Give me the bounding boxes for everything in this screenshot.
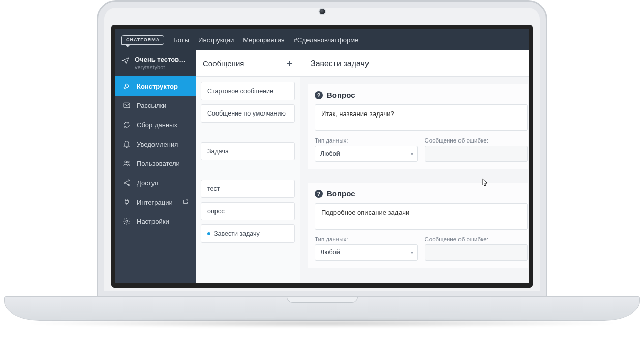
message-start[interactable]: Стартовое сообщение	[201, 82, 295, 100]
sidebar-item-label: Рассылки	[137, 102, 166, 109]
list-gap	[201, 164, 295, 176]
laptop-frame: CHATFORMA Боты Инструкции Мероприятия #С…	[0, 0, 644, 341]
message-label: тест	[207, 185, 220, 192]
sidebar-item-label: Пользователи	[137, 160, 180, 167]
nav-made-with[interactable]: #Сделановчатформе	[294, 36, 359, 44]
sidebar-item-broadcasts[interactable]: Рассылки	[115, 96, 196, 115]
bell-icon	[122, 140, 131, 148]
add-message-button[interactable]: +	[286, 58, 293, 69]
svg-point-6	[126, 220, 128, 222]
message-label: Сообщение по умолчанию	[207, 110, 286, 117]
sidebar-item-data[interactable]: Сбор данных	[115, 115, 196, 134]
bot-text: Очень тестовый … verytastybot	[135, 55, 190, 70]
sidebar-item-label: Интеграции	[137, 198, 173, 206]
message-label: опрос	[207, 208, 225, 215]
question-panel-1: ? Вопрос Тип данных: Любой	[308, 84, 528, 169]
bot-selector[interactable]: Очень тестовый … verytastybot	[115, 50, 196, 76]
messages-header: Сообщения +	[196, 50, 300, 77]
sidebar-item-label: Доступ	[137, 179, 158, 187]
bot-title: Очень тестовый …	[135, 55, 190, 63]
nav-bots[interactable]: Боты	[173, 36, 189, 44]
sidebar-menu: Конструктор Рассылки Сбор данных	[115, 76, 196, 231]
paper-plane-icon	[121, 56, 130, 66]
refresh-icon	[122, 121, 131, 129]
panel-head: ? Вопрос	[315, 189, 528, 198]
message-default[interactable]: Сообщение по умолчанию	[201, 104, 295, 123]
list-gap	[201, 127, 295, 138]
svg-point-4	[128, 180, 130, 181]
active-dot-icon	[207, 232, 210, 235]
message-test[interactable]: тест	[201, 180, 295, 198]
error-label: Сообщение об ошибке:	[425, 137, 528, 144]
panel-head: ? Вопрос	[315, 91, 528, 99]
panel-heading: Вопрос	[327, 91, 355, 99]
question-text-input[interactable]	[315, 104, 528, 131]
topbar: CHATFORMA Боты Инструкции Мероприятия #С…	[115, 29, 529, 50]
type-select[interactable]: Любой ▾	[315, 244, 418, 261]
error-label: Сообщение об ошибке:	[425, 236, 528, 242]
panels: ? Вопрос Тип данных: Любой	[300, 77, 529, 275]
message-label: Завести задачу	[214, 230, 260, 237]
svg-point-5	[128, 184, 130, 186]
type-value: Любой	[320, 249, 340, 256]
laptop-lid: CHATFORMA Боты Инструкции Мероприятия #С…	[97, 0, 547, 298]
message-create-task[interactable]: Завести задачу	[201, 224, 295, 243]
messages-column: Сообщения + Стартовое сообщение Сообщени…	[196, 50, 300, 283]
nav-events[interactable]: Мероприятия	[243, 36, 285, 44]
fields-row: Тип данных: Любой ▾ Сообщение об ошибке:	[315, 137, 528, 162]
chevron-down-icon: ▾	[411, 151, 413, 157]
logo[interactable]: CHATFORMA	[121, 35, 164, 45]
gear-icon	[122, 217, 131, 225]
question-panel-2: ? Вопрос Тип данных: Любой	[308, 183, 528, 268]
type-value: Любой	[320, 150, 340, 157]
question-mark-icon: ?	[315, 91, 323, 99]
svg-point-2	[128, 161, 129, 163]
users-icon	[122, 159, 131, 167]
message-label: Задача	[207, 148, 229, 155]
sidebar-item-users[interactable]: Пользователи	[115, 154, 196, 173]
external-link-icon	[182, 198, 189, 206]
svg-point-1	[125, 161, 127, 163]
error-field: Сообщение об ошибке:	[425, 137, 528, 162]
messages-title: Сообщения	[203, 59, 244, 68]
laptop-notch	[287, 297, 358, 303]
sidebar-item-label: Настройки	[137, 218, 169, 225]
error-field: Сообщение об ошибке:	[425, 236, 528, 261]
svg-point-3	[124, 182, 126, 184]
error-input[interactable]	[425, 146, 528, 162]
type-label: Тип данных:	[315, 137, 418, 144]
type-field: Тип данных: Любой ▾	[315, 137, 418, 162]
type-label: Тип данных:	[315, 236, 418, 242]
wrench-icon	[122, 82, 131, 90]
app-body: Очень тестовый … verytastybot Конструкто…	[115, 50, 529, 283]
svg-rect-0	[124, 103, 130, 107]
laptop-base	[4, 296, 640, 321]
bot-handle: verytastybot	[135, 64, 190, 70]
message-task[interactable]: Задача	[201, 142, 295, 160]
screen-bezel: CHATFORMA Боты Инструкции Мероприятия #С…	[111, 25, 533, 288]
sidebar-item-access[interactable]: Доступ	[115, 173, 196, 192]
error-input[interactable]	[425, 244, 528, 261]
message-survey[interactable]: опрос	[201, 202, 295, 220]
main-title: Завести задачу	[311, 59, 369, 68]
panel-heading: Вопрос	[327, 189, 355, 198]
sidebar-item-label: Конструктор	[137, 82, 178, 90]
sidebar-item-notifications[interactable]: Уведомления	[115, 134, 196, 154]
main-header: Завести задачу	[300, 50, 529, 77]
app-root: CHATFORMA Боты Инструкции Мероприятия #С…	[115, 29, 529, 283]
plug-icon	[122, 198, 131, 206]
nav-instructions[interactable]: Инструкции	[198, 36, 234, 44]
camera-icon	[319, 9, 325, 14]
chevron-down-icon: ▾	[411, 250, 413, 255]
question-text-input[interactable]	[315, 203, 528, 230]
question-mark-icon: ?	[315, 190, 323, 198]
sidebar-item-constructor[interactable]: Конструктор	[115, 76, 196, 96]
main-column: Завести задачу ? Вопрос	[300, 50, 529, 283]
sidebar-item-settings[interactable]: Настройки	[115, 212, 196, 231]
type-select[interactable]: Любой ▾	[315, 146, 418, 162]
sidebar-item-label: Уведомления	[137, 140, 178, 148]
message-label: Стартовое сообщение	[207, 88, 273, 95]
screen: CHATFORMA Боты Инструкции Мероприятия #С…	[115, 29, 529, 283]
sidebar-item-integrations[interactable]: Интеграции	[115, 192, 196, 212]
share-icon	[122, 179, 131, 187]
